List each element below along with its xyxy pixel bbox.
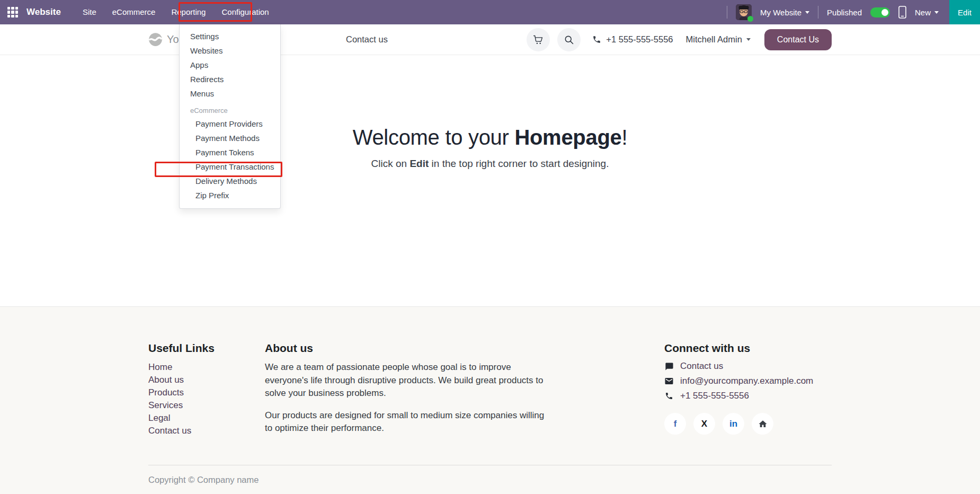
dropdown-item-menus[interactable]: Menus	[180, 86, 280, 101]
footer-link-services[interactable]: Services	[148, 399, 247, 412]
menu-site[interactable]: Site	[75, 0, 104, 24]
navbar-divider	[818, 6, 818, 19]
connect-phone-link[interactable]: +1 555-555-5556	[664, 391, 832, 401]
configuration-dropdown: Settings Websites Apps Redirects Menus e…	[179, 24, 281, 209]
footer-link-contact-us[interactable]: Contact us	[148, 425, 247, 437]
social-links: f X in	[664, 413, 832, 435]
dropdown-item-payment-methods[interactable]: Payment Methods	[180, 131, 280, 145]
cart-icon	[533, 34, 544, 45]
dropdown-item-apps[interactable]: Apps	[180, 58, 280, 72]
hero-title: Welcome to your Homepage!	[0, 126, 980, 149]
new-button[interactable]: New	[915, 8, 939, 17]
about-us-title: About us	[265, 342, 546, 355]
dropdown-item-settings[interactable]: Settings	[180, 29, 280, 43]
published-toggle[interactable]	[870, 7, 890, 17]
about-us-paragraph: We are a team of passionate people whose…	[265, 361, 546, 400]
connect-email-link[interactable]: info@yourcompany.example.com	[664, 376, 832, 386]
cart-button[interactable]	[527, 28, 550, 51]
useful-links-title: Useful Links	[148, 342, 247, 355]
dropdown-section-ecommerce: eCommerce	[180, 101, 280, 117]
home-icon[interactable]	[752, 413, 773, 435]
footer-link-about-us[interactable]: About us	[148, 374, 247, 386]
hero-subtitle: Click on Edit in the top right corner to…	[0, 158, 980, 170]
linkedin-icon[interactable]: in	[723, 413, 744, 435]
navbar-right-group: My Website Published New Edit	[727, 0, 980, 24]
menu-ecommerce[interactable]: eCommerce	[104, 0, 164, 24]
dropdown-item-payment-tokens[interactable]: Payment Tokens	[180, 145, 280, 160]
mobile-preview-icon[interactable]	[898, 6, 906, 19]
menu-reporting[interactable]: Reporting	[163, 0, 213, 24]
footer-copyright-bar: Copyright © Company name	[148, 465, 832, 494]
search-button[interactable]	[557, 28, 581, 51]
chevron-down-icon	[805, 11, 809, 14]
x-twitter-icon[interactable]: X	[693, 413, 715, 435]
website-footer: Useful Links Home About us Products Serv…	[0, 306, 980, 494]
header-nav-contact-us[interactable]: Contact us	[346, 34, 388, 45]
copyright-text: Copyright © Company name	[148, 475, 259, 484]
menu-configuration[interactable]: Configuration	[213, 0, 277, 24]
header-right-group: +1 555-555-5556 Mitchell Admin Contact U…	[527, 28, 832, 51]
footer-useful-links: Useful Links Home About us Products Serv…	[148, 342, 247, 437]
comment-icon	[664, 362, 674, 371]
connect-title: Connect with us	[664, 342, 832, 355]
chevron-down-icon	[746, 38, 751, 41]
dropdown-item-delivery-methods[interactable]: Delivery Methods	[180, 174, 280, 188]
website-selector-label: My Website	[760, 8, 801, 17]
user-avatar[interactable]	[736, 4, 752, 20]
hero-section: Welcome to your Homepage! Click on Edit …	[0, 55, 980, 306]
chevron-down-icon	[934, 11, 939, 14]
edit-button[interactable]: Edit	[949, 0, 980, 24]
contact-us-button[interactable]: Contact Us	[764, 29, 832, 50]
footer-link-products[interactable]: Products	[148, 386, 247, 399]
footer-link-legal[interactable]: Legal	[148, 412, 247, 425]
new-button-label: New	[915, 8, 931, 17]
connect-contact-link[interactable]: Contact us	[664, 361, 832, 372]
phone-icon	[592, 35, 601, 44]
app-name-website[interactable]: Website	[26, 7, 61, 17]
published-label: Published	[827, 8, 862, 17]
facebook-icon[interactable]: f	[664, 413, 686, 435]
apps-grid-icon[interactable]	[7, 7, 18, 17]
dropdown-item-redirects[interactable]: Redirects	[180, 72, 280, 86]
navbar-divider	[727, 6, 727, 19]
footer-link-home[interactable]: Home	[148, 361, 247, 374]
envelope-icon	[664, 376, 674, 386]
phone-icon	[664, 392, 674, 400]
header-phone-link[interactable]: +1 555-555-5556	[592, 34, 673, 45]
logo-sphere-icon	[148, 32, 163, 47]
website-selector[interactable]: My Website	[760, 8, 809, 17]
dropdown-item-websites[interactable]: Websites	[180, 43, 280, 58]
search-icon	[564, 34, 574, 45]
backend-navbar: Website Site eCommerce Reporting Configu…	[0, 0, 980, 24]
dropdown-item-payment-providers[interactable]: Payment Providers	[180, 117, 280, 131]
site-user-menu[interactable]: Mitchell Admin	[685, 34, 750, 45]
about-us-paragraph: Our products are designed for small to m…	[265, 409, 546, 435]
site-user-name: Mitchell Admin	[685, 34, 742, 45]
footer-connect: Connect with us Contact us info@yourcomp…	[664, 342, 832, 435]
website-header: YourCompany Contact us +1 555-555-5556 M…	[0, 24, 980, 55]
online-status-dot	[747, 16, 753, 22]
dropdown-item-zip-prefix[interactable]: Zip Prefix	[180, 188, 280, 202]
dropdown-item-payment-transactions[interactable]: Payment Transactions	[180, 160, 280, 174]
footer-about-us: About us We are a team of passionate peo…	[265, 342, 546, 435]
header-phone-number: +1 555-555-5556	[606, 34, 673, 45]
